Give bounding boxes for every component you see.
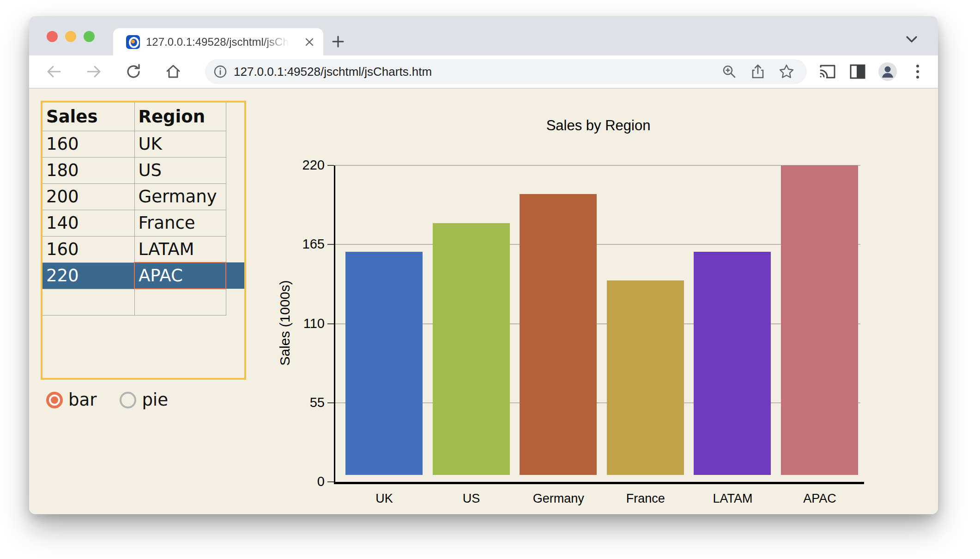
radio-label-bar[interactable]: bar xyxy=(68,390,97,410)
cell-region[interactable]: APAC xyxy=(134,262,226,289)
cell-sales[interactable] xyxy=(42,289,134,315)
cell-region[interactable]: US xyxy=(134,157,226,183)
x-tick-label: LATAM xyxy=(694,492,771,506)
table-row: 160UK xyxy=(42,131,244,157)
cell-sales[interactable]: 220 xyxy=(42,262,134,289)
window-minimize-button[interactable] xyxy=(65,31,76,42)
cell-region[interactable]: UK xyxy=(134,131,226,157)
bar-france xyxy=(607,280,684,475)
y-tick-label: 165 xyxy=(278,237,325,252)
tab-close-icon[interactable] xyxy=(303,36,316,49)
y-tick-label: 110 xyxy=(278,316,325,331)
cell-region[interactable]: Germany xyxy=(134,183,226,210)
radio-pie[interactable] xyxy=(120,392,136,408)
cell-extra[interactable] xyxy=(226,262,244,289)
forward-button[interactable] xyxy=(85,63,102,80)
home-button[interactable] xyxy=(165,63,181,80)
browser-tab[interactable]: 127.0.0.1:49528/jschtml/jsChar xyxy=(113,28,323,55)
window-zoom-button[interactable] xyxy=(84,31,95,42)
y-tick-label: 0 xyxy=(278,474,325,489)
reload-button[interactable] xyxy=(125,63,142,80)
x-tick-label: Germany xyxy=(520,492,597,506)
cell-region[interactable] xyxy=(134,289,226,315)
y-tick-label: 55 xyxy=(278,395,325,410)
table-header-extra xyxy=(226,103,244,131)
bar-uk xyxy=(345,252,423,475)
browser-window: 127.0.0.1:49528/jschtml/jsChar xyxy=(29,16,938,514)
tab-title: 127.0.0.1:49528/jschtml/jsChar xyxy=(146,36,289,49)
radio-label-pie[interactable]: pie xyxy=(142,390,168,410)
y-tick xyxy=(327,402,334,403)
window-close-button[interactable] xyxy=(47,31,58,42)
cell-region[interactable]: France xyxy=(134,210,226,236)
cell-sales[interactable]: 180 xyxy=(42,157,134,183)
profile-avatar[interactable] xyxy=(878,62,897,81)
sales-table-container: SalesRegion160UK180US200Germany140France… xyxy=(41,101,246,380)
new-tab-button[interactable] xyxy=(329,32,347,51)
x-tick-label: US xyxy=(433,492,510,506)
y-tick xyxy=(327,244,334,245)
cell-sales[interactable]: 160 xyxy=(42,236,134,262)
bar-us xyxy=(433,223,510,475)
table-row: 140France xyxy=(42,210,244,236)
cell-sales[interactable]: 200 xyxy=(42,183,134,210)
url-text[interactable]: 127.0.0.1:49528/jschtml/jsCharts.htm xyxy=(234,65,432,79)
cell-extra[interactable] xyxy=(226,236,244,262)
table-header-region: Region xyxy=(134,103,226,131)
cell-sales[interactable]: 140 xyxy=(42,210,134,236)
browser-toolbar: 127.0.0.1:49528/jschtml/jsCharts.htm xyxy=(29,55,938,89)
cell-extra[interactable] xyxy=(226,183,244,210)
cast-icon[interactable] xyxy=(818,62,837,81)
y-tick xyxy=(327,323,334,324)
tab-strip: 127.0.0.1:49528/jschtml/jsChar xyxy=(29,16,938,55)
bookmark-star-icon[interactable] xyxy=(778,63,795,80)
table-row: 180US xyxy=(42,157,244,183)
chart-type-radio-group: barpie xyxy=(46,390,191,410)
x-tick-label: UK xyxy=(345,492,423,506)
y-tick xyxy=(327,481,334,482)
site-favicon-icon xyxy=(126,35,140,49)
y-tick xyxy=(327,165,334,166)
zoom-icon[interactable] xyxy=(721,63,738,80)
address-bar[interactable]: 127.0.0.1:49528/jschtml/jsCharts.htm xyxy=(205,59,807,84)
bar-germany xyxy=(520,194,597,475)
table-row: 220APAC xyxy=(42,262,244,289)
side-panel-icon[interactable] xyxy=(848,62,867,81)
table-row-empty xyxy=(42,289,244,315)
cell-extra[interactable] xyxy=(226,210,244,236)
bar-apac xyxy=(781,165,858,475)
table-row: 160LATAM xyxy=(42,236,244,262)
cell-region[interactable]: LATAM xyxy=(134,236,226,262)
back-button[interactable] xyxy=(46,63,62,80)
bar-latam xyxy=(694,252,771,475)
browser-menu-icon[interactable] xyxy=(908,62,927,81)
tab-search-chevron-icon[interactable] xyxy=(905,33,919,45)
cell-extra[interactable] xyxy=(226,289,244,315)
radio-bar[interactable] xyxy=(46,392,63,408)
y-tick-label: 220 xyxy=(278,158,325,173)
cell-extra[interactable] xyxy=(226,157,244,183)
sales-table: SalesRegion160UK180US200Germany140France… xyxy=(42,103,244,316)
table-header-sales: Sales xyxy=(42,103,134,131)
page-content: SalesRegion160UK180US200Germany140France… xyxy=(29,89,938,514)
x-tick-label: APAC xyxy=(781,492,859,506)
chart-title: Sales by Region xyxy=(334,117,863,134)
page-info-icon[interactable] xyxy=(213,65,227,79)
table-row: 200Germany xyxy=(42,183,244,210)
cell-sales[interactable]: 160 xyxy=(42,131,134,157)
x-tick-label: France xyxy=(607,492,684,506)
share-icon[interactable] xyxy=(750,63,766,80)
cell-extra[interactable] xyxy=(226,131,244,157)
